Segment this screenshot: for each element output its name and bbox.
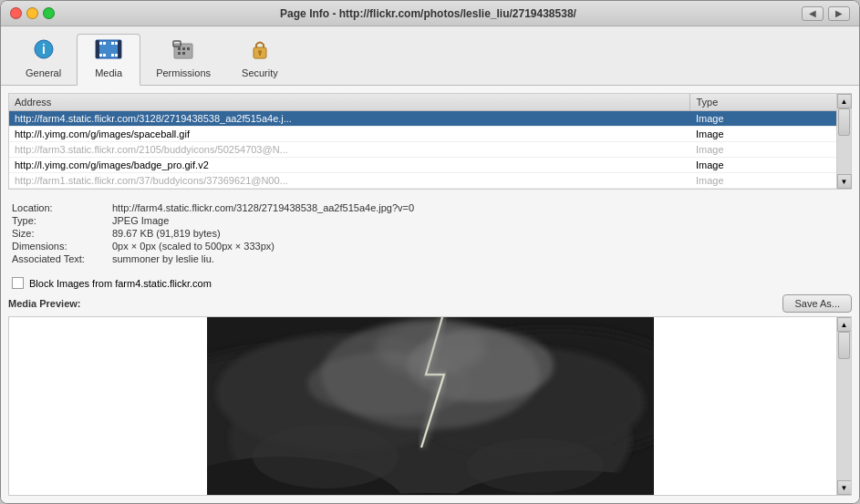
scroll-track[interactable] bbox=[837, 108, 851, 174]
media-table-section: Address Type http://farm4.static.flickr.… bbox=[8, 93, 852, 190]
svg-rect-7 bbox=[99, 54, 102, 57]
window-controls bbox=[10, 7, 55, 19]
tab-media[interactable]: Media bbox=[77, 34, 140, 86]
tab-general-label: General bbox=[26, 67, 61, 78]
cell-type: Image bbox=[690, 111, 836, 127]
info-size-value: 89.67 KB (91,819 bytes) bbox=[112, 228, 221, 239]
table-row[interactable]: http://farm4.static.flickr.com/3128/2719… bbox=[9, 111, 836, 127]
save-as-button[interactable]: Save As... bbox=[782, 294, 852, 313]
info-type-row: Type: JPEG Image bbox=[12, 215, 848, 226]
preview-scroll-track[interactable] bbox=[837, 332, 851, 480]
close-button[interactable] bbox=[10, 7, 22, 19]
scroll-down-button[interactable]: ▼ bbox=[837, 174, 852, 189]
scroll-up-button[interactable]: ▲ bbox=[837, 94, 852, 108]
svg-rect-14 bbox=[178, 47, 181, 50]
table-row[interactable]: http://l.yimg.com/g/images/badge_pro.gif… bbox=[9, 158, 836, 173]
block-images-label: Block Images from farm4.static.flickr.co… bbox=[29, 278, 212, 289]
info-location-value: http://farm4.static.flickr.com/3128/2719… bbox=[112, 202, 414, 213]
info-dimensions-label: Dimensions: bbox=[12, 241, 112, 252]
svg-rect-5 bbox=[99, 42, 102, 45]
permissions-icon bbox=[171, 38, 196, 66]
svg-rect-15 bbox=[182, 47, 185, 50]
nav-buttons: ◀ ▶ bbox=[802, 6, 850, 21]
content-area: Address Type http://farm4.static.flickr.… bbox=[1, 86, 859, 503]
info-location-label: Location: bbox=[12, 202, 112, 213]
window-title: Page Info - http://flickr.com/photos/les… bbox=[55, 7, 802, 20]
svg-point-38 bbox=[376, 320, 485, 375]
tab-permissions-label: Permissions bbox=[156, 67, 211, 78]
tab-security[interactable]: Security bbox=[226, 34, 294, 85]
svg-rect-11 bbox=[115, 54, 118, 57]
security-icon bbox=[247, 38, 273, 66]
info-section: Location: http://farm4.static.flickr.com… bbox=[1, 197, 859, 272]
col-header-address: Address bbox=[9, 94, 690, 111]
info-associated-label: Associated Text: bbox=[12, 253, 112, 264]
preview-scroll-thumb[interactable] bbox=[838, 332, 850, 359]
svg-rect-10 bbox=[111, 42, 114, 45]
cell-address: http://farm3.static.flickr.com/2105/budd… bbox=[9, 142, 690, 158]
svg-point-36 bbox=[253, 425, 399, 489]
svg-rect-8 bbox=[103, 54, 106, 57]
info-size-label: Size: bbox=[12, 228, 112, 239]
table-row[interactable]: http://l.yimg.com/g/images/spaceball.gif… bbox=[9, 127, 836, 142]
cell-type: Image bbox=[690, 158, 836, 173]
tabs-bar: i General bbox=[1, 26, 859, 86]
preview-label: Media Preview: bbox=[8, 298, 80, 309]
info-dimensions-row: Dimensions: 0px × 0px (scaled to 500px ×… bbox=[12, 241, 848, 252]
svg-rect-9 bbox=[115, 42, 118, 45]
svg-rect-6 bbox=[103, 42, 106, 45]
maximize-button[interactable] bbox=[43, 7, 55, 19]
table-scrollbar[interactable]: ▲ ▼ bbox=[836, 94, 851, 189]
svg-rect-12 bbox=[111, 54, 114, 57]
tab-security-label: Security bbox=[242, 67, 278, 78]
block-images-checkbox[interactable] bbox=[12, 277, 24, 289]
preview-container: ▲ ▼ bbox=[8, 316, 852, 496]
info-associated-row: Associated Text: summoner by leslie liu. bbox=[12, 253, 848, 264]
cell-address: http://l.yimg.com/g/images/badge_pro.gif… bbox=[9, 158, 690, 173]
cell-address: http://l.yimg.com/g/images/spaceball.gif bbox=[9, 127, 690, 142]
cell-address: http://farm4.static.flickr.com/3128/2719… bbox=[9, 111, 690, 127]
col-header-type: Type bbox=[690, 94, 836, 111]
table-row[interactable]: http://farm3.static.flickr.com/2105/budd… bbox=[9, 142, 836, 158]
preview-scroll-down[interactable]: ▼ bbox=[837, 480, 852, 495]
info-location-row: Location: http://farm4.static.flickr.com… bbox=[12, 202, 848, 213]
svg-rect-17 bbox=[178, 52, 181, 55]
svg-rect-22 bbox=[259, 52, 261, 56]
svg-rect-4 bbox=[118, 40, 121, 58]
info-type-value: JPEG Image bbox=[112, 215, 169, 226]
info-associated-value: summoner by leslie liu. bbox=[112, 253, 214, 264]
media-icon bbox=[95, 38, 122, 66]
next-nav-button[interactable]: ▶ bbox=[828, 6, 850, 21]
cell-type: Image bbox=[690, 127, 836, 142]
title-bar: Page Info - http://flickr.com/photos/les… bbox=[1, 1, 859, 26]
media-table: Address Type http://farm4.static.flickr.… bbox=[9, 94, 836, 189]
info-type-label: Type: bbox=[12, 215, 112, 226]
svg-rect-18 bbox=[182, 52, 185, 55]
preview-scroll-up[interactable]: ▲ bbox=[837, 317, 852, 332]
svg-text:i: i bbox=[42, 42, 46, 57]
general-icon: i bbox=[31, 38, 57, 66]
block-images-row: Block Images from farm4.static.flickr.co… bbox=[1, 272, 859, 294]
preview-scrollbar[interactable]: ▲ ▼ bbox=[836, 317, 851, 495]
minimize-button[interactable] bbox=[26, 7, 38, 19]
table-row[interactable]: http://farm1.static.flickr.com/37/buddyi… bbox=[9, 173, 836, 189]
cell-type: Image bbox=[690, 142, 836, 158]
info-dimensions-value: 0px × 0px (scaled to 500px × 333px) bbox=[112, 241, 275, 252]
preview-image bbox=[207, 316, 654, 496]
info-size-row: Size: 89.67 KB (91,819 bytes) bbox=[12, 228, 848, 239]
prev-nav-button[interactable]: ◀ bbox=[802, 6, 824, 21]
tab-permissions[interactable]: Permissions bbox=[140, 34, 226, 85]
cell-address: http://farm1.static.flickr.com/37/buddyi… bbox=[9, 173, 690, 189]
svg-rect-16 bbox=[187, 47, 190, 50]
svg-point-37 bbox=[467, 438, 604, 493]
main-window: Page Info - http://flickr.com/photos/les… bbox=[0, 0, 860, 504]
tab-media-label: Media bbox=[95, 67, 122, 78]
svg-rect-3 bbox=[96, 40, 99, 58]
media-preview-header: Media Preview: Save As... bbox=[8, 294, 852, 313]
tab-general[interactable]: i General bbox=[10, 34, 77, 85]
cell-type: Image bbox=[690, 173, 836, 189]
scroll-thumb[interactable] bbox=[838, 108, 850, 136]
media-preview-section: Media Preview: Save As... bbox=[8, 294, 852, 496]
